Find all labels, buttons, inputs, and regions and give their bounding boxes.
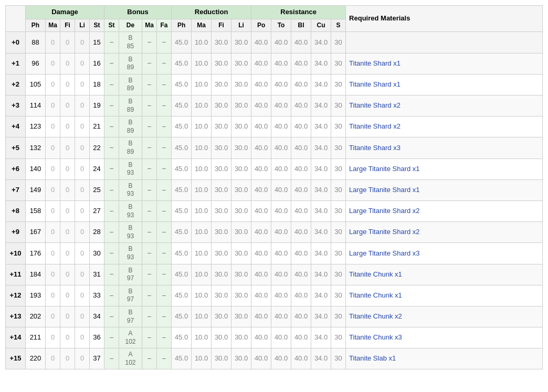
damage-val: 0 bbox=[46, 53, 60, 74]
bonus-val: – bbox=[142, 200, 157, 221]
material-link[interactable]: Large Titanite Shard x3 bbox=[349, 249, 419, 257]
damage-val: 0 bbox=[46, 200, 60, 221]
damage-val: 202 bbox=[26, 306, 46, 327]
damage-val: 0 bbox=[75, 306, 90, 327]
damage-val: 36 bbox=[90, 327, 104, 348]
material-link[interactable]: Titanite Shard x2 bbox=[349, 122, 401, 130]
damage-val: 0 bbox=[46, 116, 60, 137]
table-row: +19600016–B 89––45.010.030.030.040.040.0… bbox=[6, 53, 543, 74]
col-ma-red: Ma bbox=[192, 19, 212, 32]
reduction-val: 45.0 bbox=[172, 222, 192, 243]
damage-val: 0 bbox=[60, 53, 75, 74]
resistance-val: 40.0 bbox=[291, 32, 311, 53]
damage-val: 0 bbox=[75, 137, 90, 158]
damage-val: 123 bbox=[26, 116, 46, 137]
reduction-val: 30.0 bbox=[231, 53, 251, 74]
damage-val: 140 bbox=[26, 158, 46, 179]
material-link[interactable]: Titanite Shard x3 bbox=[349, 144, 401, 152]
resistance-val: 30 bbox=[331, 158, 346, 179]
material-link[interactable]: Titanite Slab x1 bbox=[349, 354, 396, 362]
resistance-val: 30 bbox=[331, 264, 346, 285]
damage-val: 0 bbox=[60, 116, 75, 137]
col-fa-bonus: Fa bbox=[157, 19, 172, 32]
material-link[interactable]: Titanite Shard x1 bbox=[349, 80, 401, 88]
col-ma-dmg: Ma bbox=[46, 19, 60, 32]
damage-val: 0 bbox=[75, 348, 90, 369]
damage-val: 0 bbox=[46, 327, 60, 348]
reduction-val: 30.0 bbox=[212, 348, 231, 369]
material-link[interactable]: Titanite Chunk x1 bbox=[349, 270, 402, 278]
material-link[interactable]: Titanite Chunk x1 bbox=[349, 291, 402, 299]
damage-val: 0 bbox=[75, 327, 90, 348]
reduction-val: 10.0 bbox=[192, 243, 212, 264]
damage-val: 0 bbox=[60, 200, 75, 221]
bonus-val: B 97 bbox=[119, 285, 142, 306]
material-link[interactable]: Titanite Shard x1 bbox=[349, 59, 401, 67]
bonus-val: – bbox=[157, 179, 172, 200]
reduction-val: 10.0 bbox=[192, 158, 212, 179]
material-link[interactable]: Titanite Chunk x2 bbox=[349, 312, 402, 320]
damage-val: 149 bbox=[26, 179, 46, 200]
bonus-val: – bbox=[104, 264, 119, 285]
material-link[interactable]: Titanite Shard x2 bbox=[349, 101, 401, 109]
material-link[interactable]: Large Titanite Shard x1 bbox=[349, 186, 419, 194]
resistance-val: 40.0 bbox=[251, 200, 271, 221]
damage-val: 0 bbox=[60, 264, 75, 285]
plus-level: +9 bbox=[6, 222, 26, 243]
table-row: +714900025–B 93––45.010.030.030.040.040.… bbox=[6, 179, 543, 200]
damage-val: 0 bbox=[60, 285, 75, 306]
damage-val: 22 bbox=[90, 137, 104, 158]
damage-val: 0 bbox=[46, 285, 60, 306]
reduction-val: 45.0 bbox=[172, 264, 192, 285]
reduction-val: 30.0 bbox=[231, 243, 251, 264]
resistance-val: 30 bbox=[331, 137, 346, 158]
reduction-val: 30.0 bbox=[231, 306, 251, 327]
damage-val: 21 bbox=[90, 116, 104, 137]
table-row: +815800027–B 93––45.010.030.030.040.040.… bbox=[6, 200, 543, 221]
bonus-val: – bbox=[104, 179, 119, 200]
bonus-val: – bbox=[142, 348, 157, 369]
material-link[interactable]: Titanite Chunk x3 bbox=[349, 333, 402, 341]
plus-level: +2 bbox=[6, 74, 26, 95]
material-link[interactable]: Large Titanite Shard x2 bbox=[349, 207, 419, 215]
bonus-val: B 93 bbox=[119, 222, 142, 243]
bonus-val: – bbox=[142, 306, 157, 327]
col-po-res: Po bbox=[251, 19, 271, 32]
required-materials: Titanite Shard x1 bbox=[346, 53, 543, 74]
resistance-val: 40.0 bbox=[251, 264, 271, 285]
damage-val: 193 bbox=[26, 285, 46, 306]
table-row: +1017600030–B 93––45.010.030.030.040.040… bbox=[6, 243, 543, 264]
resistance-val: 40.0 bbox=[291, 96, 311, 116]
reduction-val: 30.0 bbox=[231, 179, 251, 200]
resistance-val: 40.0 bbox=[271, 200, 291, 221]
bonus-val: – bbox=[157, 32, 172, 53]
bonus-val: – bbox=[142, 327, 157, 348]
reduction-val: 45.0 bbox=[172, 327, 192, 348]
resistance-val: 40.0 bbox=[251, 74, 271, 95]
col-bl-res: Bl bbox=[291, 19, 311, 32]
resistance-val: 40.0 bbox=[271, 285, 291, 306]
bonus-val: – bbox=[142, 243, 157, 264]
bonus-val: A 102 bbox=[119, 327, 142, 348]
resistance-val: 34.0 bbox=[311, 116, 331, 137]
table-row: +513200022–B 89––45.010.030.030.040.040.… bbox=[6, 137, 543, 158]
reduction-val: 30.0 bbox=[212, 306, 231, 327]
reduction-val: 30.0 bbox=[212, 116, 231, 137]
reduction-val: 30.0 bbox=[212, 285, 231, 306]
bonus-val: – bbox=[142, 264, 157, 285]
plus-level: +6 bbox=[6, 158, 26, 179]
material-link[interactable]: Large Titanite Shard x2 bbox=[349, 228, 419, 236]
header-bonus: Bonus bbox=[104, 6, 172, 19]
material-link[interactable]: Large Titanite Shard x1 bbox=[349, 165, 419, 173]
bonus-val: B 93 bbox=[119, 200, 142, 221]
required-materials: Large Titanite Shard x2 bbox=[346, 200, 543, 221]
resistance-val: 40.0 bbox=[251, 243, 271, 264]
bonus-val: B 93 bbox=[119, 179, 142, 200]
bonus-val: – bbox=[142, 53, 157, 74]
bonus-val: – bbox=[104, 327, 119, 348]
required-materials: Titanite Shard x2 bbox=[346, 116, 543, 137]
col-st-bonus: St bbox=[104, 19, 119, 32]
table-row: +1118400031–B 97––45.010.030.030.040.040… bbox=[6, 264, 543, 285]
resistance-val: 40.0 bbox=[251, 285, 271, 306]
resistance-val: 30 bbox=[331, 222, 346, 243]
